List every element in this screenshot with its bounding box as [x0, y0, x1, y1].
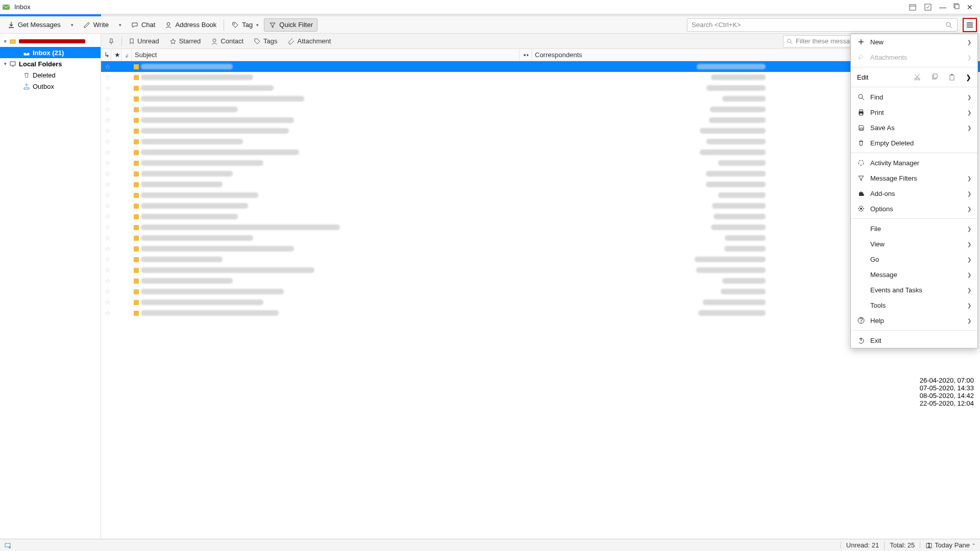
- star-icon[interactable]: ☆: [101, 213, 114, 220]
- copy-icon[interactable]: [931, 73, 938, 81]
- filter-attachment[interactable]: Attachment: [284, 36, 335, 46]
- menu-message-filters[interactable]: Message Filters❯: [851, 170, 977, 186]
- star-icon[interactable]: ☆: [101, 202, 114, 210]
- message-row[interactable]: ☆: [101, 147, 980, 158]
- message-row[interactable]: ☆: [101, 61, 980, 72]
- tag-button[interactable]: Tag▾: [227, 19, 263, 31]
- menu-new[interactable]: New❯: [851, 34, 977, 49]
- message-row[interactable]: ☆: [101, 126, 980, 136]
- star-icon[interactable]: ☆: [101, 138, 114, 145]
- message-row[interactable]: ☆: [101, 243, 980, 254]
- menu-save-as[interactable]: Save As❯: [851, 120, 977, 135]
- message-row[interactable]: ☆: [101, 254, 980, 265]
- search-input[interactable]: Search <Ctrl+K>: [687, 18, 958, 32]
- star-icon[interactable]: ☆: [101, 298, 114, 306]
- star-icon[interactable]: ☆: [101, 63, 114, 70]
- menu-go[interactable]: Go❯: [851, 252, 977, 267]
- folder-outbox[interactable]: Outbox: [0, 81, 101, 92]
- star-icon[interactable]: ☆: [101, 159, 114, 167]
- message-row[interactable]: ☆: [101, 72, 980, 83]
- star-icon[interactable]: ☆: [101, 127, 114, 135]
- message-row[interactable]: ☆: [101, 158, 980, 168]
- star-icon[interactable]: ☆: [101, 148, 114, 156]
- local-folders[interactable]: ▾ Local Folders: [0, 58, 101, 69]
- chat-button[interactable]: Chat: [127, 19, 159, 31]
- message-row[interactable]: ☆: [101, 297, 980, 308]
- address-book-button[interactable]: Address Book: [160, 19, 220, 31]
- menu-print[interactable]: Print❯: [851, 105, 977, 120]
- message-row[interactable]: ☆: [101, 136, 980, 147]
- message-row[interactable]: ☆: [101, 211, 980, 222]
- message-row[interactable]: ☆: [101, 265, 980, 276]
- star-icon[interactable]: ☆: [101, 234, 114, 242]
- filter-tags[interactable]: Tags: [250, 36, 281, 46]
- message-row[interactable]: ☆: [101, 276, 980, 286]
- star-icon[interactable]: ☆: [101, 181, 114, 188]
- star-icon[interactable]: ☆: [101, 277, 114, 285]
- menu-addons[interactable]: Add-ons❯: [851, 186, 977, 201]
- message-row[interactable]: ☆: [101, 286, 980, 297]
- account-row[interactable]: ▾: [0, 36, 101, 47]
- message-list[interactable]: ☆ ☆ ☆ ☆ ☆ ☆: [101, 61, 980, 539]
- col-thread[interactable]: ↳: [101, 49, 111, 61]
- star-icon[interactable]: ☆: [101, 84, 114, 92]
- message-row[interactable]: ☆: [101, 201, 980, 211]
- col-read[interactable]: [520, 49, 532, 61]
- message-row[interactable]: ☆: [101, 190, 980, 201]
- get-messages-button[interactable]: Get Messages: [3, 19, 65, 31]
- today-pane-toggle[interactable]: 1 Today Pane ⌃: [920, 541, 976, 549]
- write-button[interactable]: Write: [79, 19, 113, 31]
- message-row[interactable]: ☆: [101, 104, 980, 115]
- paste-icon[interactable]: [948, 73, 955, 81]
- tasks-icon[interactable]: [924, 3, 932, 11]
- menu-exit[interactable]: Exit: [851, 333, 977, 348]
- star-icon[interactable]: ☆: [101, 106, 114, 113]
- calendar-icon[interactable]: [909, 3, 917, 11]
- message-row[interactable]: ☆: [101, 93, 980, 104]
- upcoming-item[interactable]: 07-05-2020, 14:33: [920, 384, 974, 392]
- message-row[interactable]: ☆: [101, 168, 980, 179]
- message-row[interactable]: ☆: [101, 83, 980, 93]
- star-icon[interactable]: ☆: [101, 116, 114, 124]
- write-dropdown[interactable]: ▾: [114, 20, 126, 30]
- star-icon[interactable]: ☆: [101, 170, 114, 178]
- message-row[interactable]: ☆: [101, 179, 980, 190]
- quick-filter-button[interactable]: Quick Filter: [264, 18, 317, 32]
- message-row[interactable]: ☆: [101, 115, 980, 126]
- filter-contact[interactable]: Contact: [207, 36, 247, 46]
- filter-pin[interactable]: [104, 36, 118, 46]
- minimize-icon[interactable]: —: [939, 3, 946, 11]
- app-menu-button[interactable]: [963, 18, 977, 32]
- star-icon[interactable]: ☆: [101, 288, 114, 295]
- upcoming-item[interactable]: 08-05-2020, 14:42: [920, 392, 974, 399]
- menu-options[interactable]: Options❯: [851, 201, 977, 216]
- cut-icon[interactable]: [914, 73, 921, 81]
- menu-message[interactable]: Message❯: [851, 267, 977, 282]
- menu-tools[interactable]: Tools❯: [851, 297, 977, 313]
- get-messages-dropdown[interactable]: ▾: [66, 20, 78, 30]
- col-attach[interactable]: [121, 49, 132, 61]
- star-icon[interactable]: ☆: [101, 256, 114, 263]
- menu-events-tasks[interactable]: Events and Tasks❯: [851, 282, 977, 297]
- star-icon[interactable]: ☆: [101, 266, 114, 274]
- close-icon[interactable]: ✕: [967, 3, 973, 11]
- star-icon[interactable]: ☆: [101, 309, 114, 317]
- message-row[interactable]: ☆: [101, 222, 980, 233]
- menu-file[interactable]: File❯: [851, 221, 977, 236]
- upcoming-item[interactable]: 26-04-2020, 07:00: [920, 377, 974, 384]
- menu-empty-deleted[interactable]: Empty Deleted: [851, 135, 977, 151]
- menu-find[interactable]: Find❯: [851, 89, 977, 105]
- folder-deleted[interactable]: Deleted: [0, 69, 101, 81]
- folder-inbox[interactable]: Inbox (21): [0, 47, 101, 58]
- menu-view[interactable]: View❯: [851, 236, 977, 252]
- menu-help[interactable]: ?Help❯: [851, 313, 977, 328]
- filter-starred[interactable]: Starred: [166, 36, 205, 46]
- message-row[interactable]: ☆: [101, 233, 980, 243]
- menu-activity-manager[interactable]: Activity Manager: [851, 155, 977, 170]
- col-subject[interactable]: Subject: [132, 49, 520, 61]
- filter-unread[interactable]: Unread: [125, 36, 163, 46]
- online-icon[interactable]: [4, 542, 11, 549]
- col-star[interactable]: ★: [111, 49, 121, 61]
- star-icon[interactable]: ☆: [101, 191, 114, 199]
- maximize-icon[interactable]: [953, 3, 960, 11]
